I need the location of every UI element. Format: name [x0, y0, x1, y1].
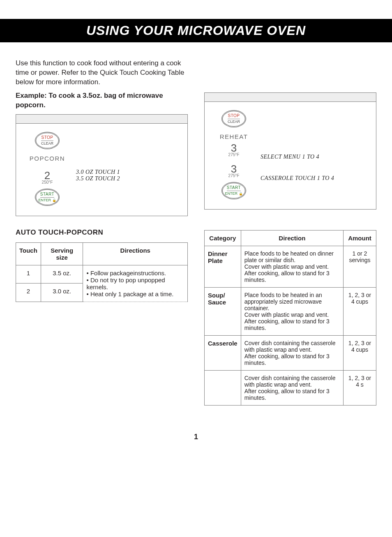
cell-serving: 3.5 oz. — [41, 265, 83, 283]
cell-category — [205, 371, 241, 406]
cell-category: Soup/ Sauce — [205, 288, 241, 336]
cell-amount: 1, 2, 3 or 4 cups — [344, 288, 376, 336]
enter-label: ENTER 🔒 — [225, 192, 242, 196]
display-line: SELECT MENU 1 TO 4 — [261, 154, 369, 160]
popcorn-panel: STOP CLEAR POPCORN 2 250°F START ENTER 🔒 — [16, 114, 188, 216]
clear-label: CLEAR — [228, 120, 240, 124]
keypad-temp: 275°F — [228, 152, 240, 157]
keypad-number[interactable]: 3 — [231, 164, 237, 174]
start-enter-button[interactable]: START ENTER 🔒 — [221, 182, 246, 199]
reheat-panel: STOP CLEAR REHEAT 3 275°F 3 275°F STAR — [204, 92, 376, 210]
table-row: Casserole Cover dish containing the cass… — [205, 336, 376, 371]
lock-icon: 🔒 — [52, 198, 56, 202]
cell-direction: Cover dish containing the casserole with… — [241, 371, 343, 406]
display-line: CASSEROLE TOUCH 1 TO 4 — [261, 175, 369, 182]
th-directions: Directions — [83, 242, 188, 265]
stop-clear-button[interactable]: STOP CLEAR — [35, 132, 60, 149]
cell-category: Dinner Plate — [205, 246, 241, 288]
table-row: Dinner Plate Place foods to be heated on… — [205, 246, 376, 288]
stop-clear-button[interactable]: STOP CLEAR — [221, 110, 246, 127]
start-label: START — [227, 186, 241, 191]
page-number: 1 — [0, 433, 392, 441]
stop-label: STOP — [41, 136, 53, 141]
keypad-number[interactable]: 3 — [231, 143, 237, 153]
cell-amount: 1, 2, 3 or 4 cups — [344, 336, 376, 371]
panel-titlebar — [205, 93, 376, 102]
keypad-number[interactable]: 2 — [44, 170, 50, 181]
cell-category: Casserole — [205, 336, 241, 371]
th-category: Category — [205, 230, 241, 246]
popcorn-table: Touch Serving size Directions 1 3.5 oz. … — [16, 242, 188, 302]
cell-amount: 1 or 2 servings — [344, 246, 376, 288]
lock-icon: 🔒 — [239, 192, 243, 196]
table-row: 1 3.5 oz. • Follow packagein­structions.… — [16, 265, 188, 283]
cell-direction: Place foods to be heated in an appropria… — [241, 288, 343, 336]
page-banner: USING YOUR MICROWAVE OVEN — [0, 19, 392, 42]
start-label: START — [40, 192, 54, 198]
cell-touch: 1 — [16, 265, 41, 283]
keypad-temp: 275°F — [228, 173, 240, 178]
display-line: 3.0 OZ TOUCH 1 — [76, 169, 181, 175]
cell-direction: Cover dish containing the casserole with… — [241, 336, 343, 371]
cell-serving: 3.0 oz. — [41, 283, 83, 302]
stop-label: STOP — [228, 114, 240, 119]
display-line: 3.5 OZ TOUCH 2 — [76, 175, 181, 182]
table-row: Soup/ Sauce Place foods to be heated in … — [205, 288, 376, 336]
cell-touch: 2 — [16, 283, 41, 302]
cell-directions: • Follow packagein­structions. • Do not … — [83, 265, 188, 302]
panel-titlebar — [16, 115, 187, 124]
example-heading: Example: To cook a 3.5oz. bag of microwa… — [16, 91, 188, 110]
start-enter-button[interactable]: START ENTER 🔒 — [35, 189, 60, 206]
intro-text: Use this function to cook food without e… — [16, 59, 188, 87]
th-amount: Amount — [344, 230, 376, 246]
section-heading-popcorn: AUTO TOUCH-POPCORN — [16, 228, 188, 237]
th-touch: Touch — [16, 242, 41, 265]
popcorn-key-label: POPCORN — [30, 155, 65, 162]
th-direction: Direction — [241, 230, 343, 246]
th-serving: Serving size — [41, 242, 83, 265]
keypad-temp: 250°F — [42, 180, 53, 184]
enter-label: ENTER 🔒 — [38, 198, 56, 202]
clear-label: CLEAR — [41, 142, 53, 145]
cell-amount: 1, 2, 3 or 4 s — [344, 371, 376, 406]
reheat-key-label: REHEAT — [220, 133, 248, 140]
table-row: Cover dish containing the casserole with… — [205, 371, 376, 406]
cell-direction: Place foods to be heated on dinner plate… — [241, 246, 343, 288]
reheat-table: Category Direction Amount Dinner Plate P… — [204, 230, 376, 406]
